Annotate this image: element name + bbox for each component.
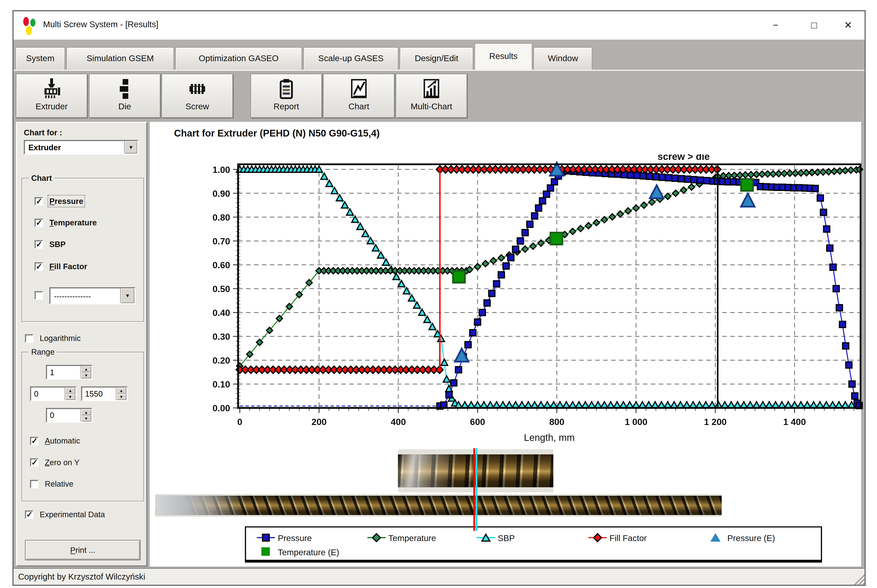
die-button[interactable]: Die bbox=[89, 74, 160, 118]
svg-text:0.30: 0.30 bbox=[212, 332, 230, 342]
range-top-stepper[interactable]: 1 ▲▼ bbox=[46, 365, 93, 380]
spin-down-icon[interactable]: ▼ bbox=[81, 416, 91, 422]
tab-window[interactable]: Window bbox=[533, 47, 593, 70]
content: Chart for : Extruder ▼ Chart Pressure Te… bbox=[14, 122, 865, 568]
multi-chart-icon bbox=[396, 74, 467, 104]
chart-area: Chart for Extruder (PEHD (N) N50 G90-G15… bbox=[150, 122, 861, 567]
tab-scale-up-gases[interactable]: Scale-up GASES bbox=[303, 47, 399, 70]
extra-series-select[interactable]: -------------- ▼ bbox=[50, 287, 135, 304]
svg-text:600: 600 bbox=[470, 417, 485, 427]
range-top-value: 1 bbox=[50, 368, 54, 377]
chart-group-label: Chart bbox=[29, 173, 54, 183]
chart-series-group: Chart Pressure Temperature SBP bbox=[21, 178, 144, 322]
relative-label: Relative bbox=[45, 479, 74, 489]
spin-up-icon[interactable]: ▲ bbox=[65, 387, 75, 394]
spin-up-icon[interactable]: ▲ bbox=[116, 387, 126, 394]
app-icon bbox=[21, 16, 41, 36]
temperature-e-legend-icon bbox=[256, 547, 275, 557]
svg-text:0.50: 0.50 bbox=[212, 284, 230, 294]
sbp-legend-icon bbox=[476, 532, 495, 543]
chevron-down-icon[interactable]: ▼ bbox=[124, 141, 137, 154]
chart-for-value: Extruder bbox=[29, 143, 61, 152]
sidebar: Chart for : Extruder ▼ Chart Pressure Te… bbox=[16, 122, 147, 567]
close-button[interactable]: ✕ bbox=[838, 16, 858, 35]
range-group: Range 1 ▲▼ 0 ▲▼ 1550 ▲▼ 0 ▲ bbox=[21, 352, 144, 501]
window-title: Multi Screw System - [Results] bbox=[43, 19, 158, 29]
status-text: Copyright by Krzysztof Wilczyński bbox=[18, 572, 145, 581]
report-button[interactable]: Report bbox=[251, 74, 322, 118]
range-min-stepper[interactable]: 0 ▲▼ bbox=[30, 387, 77, 401]
extruder-chart: 0.000.100.200.300.400.500.600.700.800.90… bbox=[200, 154, 868, 446]
temperature-checkbox[interactable] bbox=[35, 219, 43, 227]
range-bottom-stepper[interactable]: 0 ▲▼ bbox=[46, 408, 93, 423]
range-min-value: 0 bbox=[34, 389, 38, 398]
fill-factor-legend-icon bbox=[588, 532, 607, 543]
zero-on-y-label: Zero on Y bbox=[45, 458, 80, 467]
tab-simulation-gsem[interactable]: Simulation GSEM bbox=[66, 47, 174, 70]
chart-button[interactable]: Chart bbox=[323, 74, 394, 118]
automatic-checkbox[interactable] bbox=[30, 437, 39, 445]
spin-down-icon[interactable]: ▼ bbox=[81, 372, 91, 378]
extra-series-checkbox[interactable] bbox=[35, 291, 43, 300]
die-button-label: Die bbox=[90, 101, 160, 111]
range-max-value: 1550 bbox=[85, 389, 103, 398]
die-icon bbox=[90, 74, 160, 104]
tab-bar: System Simulation GSEM Optimization GASE… bbox=[14, 40, 865, 70]
app-window: Multi Screw System - [Results] − □ ✕ Sys… bbox=[12, 10, 866, 586]
spin-down-icon[interactable]: ▼ bbox=[116, 394, 126, 400]
zero-on-y-checkbox[interactable] bbox=[30, 459, 39, 467]
print-button[interactable]: Print ... bbox=[25, 540, 141, 560]
spin-up-icon[interactable]: ▲ bbox=[81, 409, 91, 416]
relative-checkbox[interactable] bbox=[30, 480, 39, 488]
maximize-button[interactable]: □ bbox=[805, 16, 824, 35]
svg-text:0: 0 bbox=[237, 417, 242, 427]
extruder-button-label: Extruder bbox=[17, 101, 87, 111]
svg-text:1 400: 1 400 bbox=[783, 417, 806, 427]
svg-text:0.90: 0.90 bbox=[212, 189, 230, 199]
chart-button-label: Chart bbox=[324, 101, 394, 111]
chart-icon bbox=[324, 74, 394, 104]
logarithmic-label: Logarithmic bbox=[40, 334, 81, 343]
range-max-stepper[interactable]: 1550 ▲▼ bbox=[81, 387, 128, 401]
tab-system[interactable]: System bbox=[15, 47, 65, 70]
tab-optimization-gaseo[interactable]: Optimization GASEO bbox=[175, 47, 302, 70]
spin-down-icon[interactable]: ▼ bbox=[65, 394, 75, 400]
svg-text:800: 800 bbox=[549, 417, 564, 427]
svg-text:screw > die: screw > die bbox=[657, 154, 710, 162]
print-button-label: Print ... bbox=[70, 541, 95, 560]
svg-text:0.80: 0.80 bbox=[212, 212, 230, 222]
multi-chart-button[interactable]: Multi-Chart bbox=[396, 74, 467, 118]
chart-for-select[interactable]: Extruder ▼ bbox=[24, 140, 138, 154]
melt-position-line-cyan bbox=[475, 448, 477, 531]
multi-chart-button-label: Multi-Chart bbox=[396, 101, 467, 111]
screw-button[interactable]: Screw bbox=[162, 74, 233, 118]
screw-icon bbox=[162, 74, 233, 104]
svg-text:0.40: 0.40 bbox=[212, 308, 230, 318]
pressure-checkbox-label: Pressure bbox=[50, 196, 83, 206]
svg-text:0.20: 0.20 bbox=[212, 356, 230, 366]
report-button-label: Report bbox=[251, 101, 321, 111]
resize-grip-icon[interactable] bbox=[852, 572, 865, 585]
svg-text:1.00: 1.00 bbox=[212, 165, 230, 175]
extruder-icon bbox=[17, 74, 87, 104]
experimental-data-checkbox[interactable] bbox=[25, 510, 33, 519]
title-bar: Multi Screw System - [Results] − □ ✕ bbox=[14, 11, 865, 40]
logarithmic-checkbox[interactable] bbox=[25, 334, 33, 343]
svg-text:0.60: 0.60 bbox=[212, 260, 230, 270]
minimize-button[interactable]: − bbox=[766, 16, 785, 35]
sbp-checkbox[interactable] bbox=[35, 240, 43, 249]
svg-text:400: 400 bbox=[391, 417, 406, 427]
screw-button-label: Screw bbox=[162, 101, 233, 111]
range-group-label: Range bbox=[29, 347, 57, 356]
spin-up-icon[interactable]: ▲ bbox=[81, 366, 91, 372]
fill-factor-checkbox[interactable] bbox=[35, 262, 43, 271]
pressure-checkbox[interactable] bbox=[35, 197, 43, 206]
range-bottom-value: 0 bbox=[50, 411, 54, 420]
svg-text:Length, mm: Length, mm bbox=[524, 432, 575, 443]
extra-series-value: -------------- bbox=[54, 292, 91, 301]
tab-results[interactable]: Results bbox=[474, 43, 532, 70]
chevron-down-icon[interactable]: ▼ bbox=[120, 288, 134, 303]
toolbar: Extruder Die Screw Report bbox=[14, 70, 865, 121]
extruder-button[interactable]: Extruder bbox=[16, 74, 87, 118]
tab-design-edit[interactable]: Design/Edit bbox=[400, 47, 474, 70]
